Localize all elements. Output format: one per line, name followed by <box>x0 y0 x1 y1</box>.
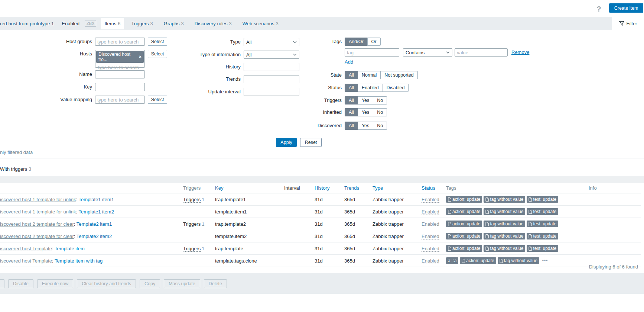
status-enabled-option[interactable]: Enabled <box>358 84 383 92</box>
tag-chip[interactable]: test: update <box>527 233 558 239</box>
apply-button[interactable]: Apply <box>276 138 297 147</box>
tag-operator-select[interactable]: Contains <box>403 48 452 57</box>
tag-chip[interactable]: test: update <box>527 245 558 252</box>
value-mapping-select-button[interactable]: Select <box>148 96 167 104</box>
row1-status-link[interactable]: Enabled <box>422 197 439 203</box>
row5-host-link[interactable]: iscovered host Template <box>0 246 52 251</box>
tag-chip[interactable]: action: update <box>446 196 482 203</box>
hosts-selected-chip[interactable]: Discovered host fro... × <box>96 51 144 63</box>
tag-chip[interactable]: action: update <box>446 221 482 227</box>
reset-button[interactable]: Reset <box>300 138 322 147</box>
discovered-all-option[interactable]: All <box>345 122 358 130</box>
tag-add-link[interactable]: Add <box>345 59 353 65</box>
tag-chip[interactable]: action: update <box>446 233 482 239</box>
tag-chip[interactable]: action: update <box>460 257 496 264</box>
delete-button[interactable]: Delete <box>204 279 227 288</box>
inherited-no-option[interactable]: No <box>373 108 387 116</box>
filter-tab[interactable]: Filter <box>612 17 644 30</box>
clear-history-button[interactable]: Clear history and trends <box>77 279 136 288</box>
row6-item-link[interactable]: Template item with tag <box>55 258 103 264</box>
key-input[interactable] <box>95 83 145 91</box>
enable-button-partial[interactable] <box>0 279 4 288</box>
hosts-select-button[interactable]: Select <box>148 50 167 58</box>
row2-item-link[interactable]: Template1 item2 <box>79 209 114 215</box>
tab-items[interactable]: Items 6 <box>101 18 124 29</box>
tab-web-scenarios[interactable]: Web scenarios 3 <box>239 18 282 29</box>
row1-triggers-link[interactable]: Triggers <box>183 197 201 203</box>
row2-status-link[interactable]: Enabled <box>422 209 439 215</box>
create-item-button[interactable]: Create item <box>609 3 643 13</box>
row5-status-link[interactable]: Enabled <box>422 246 439 252</box>
tag-remove-link[interactable]: Remove <box>511 49 529 55</box>
tag-chip[interactable]: tag without value <box>484 233 525 239</box>
tab-graphs[interactable]: Graphs 3 <box>160 18 188 29</box>
tab-triggers[interactable]: Triggers 3 <box>127 18 156 29</box>
row6-status-link[interactable]: Enabled <box>422 258 439 264</box>
row4-host-link[interactable]: iscovered host 2 template for clear <box>0 234 74 239</box>
history-input[interactable] <box>244 63 299 71</box>
row4-status-link[interactable]: Enabled <box>422 234 439 239</box>
row4-item-link[interactable]: Template2 item2 <box>77 234 112 239</box>
row1-host-link[interactable]: iscovered host 1 template for unlink <box>0 197 76 202</box>
triggers-no-option[interactable]: No <box>373 96 387 104</box>
row6-host-link[interactable]: iscovered host Template <box>0 258 52 264</box>
header-status[interactable]: Status <box>420 183 444 193</box>
row3-triggers-link[interactable]: Triggers <box>183 221 201 227</box>
document-icon <box>528 234 532 238</box>
value-mapping-input[interactable] <box>95 96 145 104</box>
header-trends[interactable]: Trends <box>342 183 371 193</box>
host-groups-select-button[interactable]: Select <box>148 38 167 46</box>
discovered-no-option[interactable]: No <box>373 122 387 130</box>
hosts-chip-remove-icon[interactable]: × <box>139 54 142 59</box>
tag-value-input[interactable] <box>455 48 508 57</box>
inherited-yes-option[interactable]: Yes <box>358 108 373 116</box>
disable-button[interactable]: Disable <box>8 279 33 288</box>
state-all-option[interactable]: All <box>345 71 358 79</box>
mass-update-button[interactable]: Mass update <box>164 279 200 288</box>
row2-host-link[interactable]: iscovered host 1 template for unlink <box>0 209 76 215</box>
discovered-yes-option[interactable]: Yes <box>358 122 373 130</box>
row3-item-link[interactable]: Template2 item1 <box>77 221 112 227</box>
execute-now-button[interactable]: Execute now <box>37 279 74 288</box>
help-icon[interactable]: ? <box>596 4 601 13</box>
inherited-all-option[interactable]: All <box>345 108 358 116</box>
tag-chip[interactable]: tag without value <box>498 257 539 264</box>
host-groups-input[interactable] <box>95 38 145 46</box>
tags-andor-option[interactable]: And/Or <box>345 38 368 46</box>
tag-chip[interactable]: action: update <box>446 245 482 252</box>
header-interval[interactable]: Interval <box>282 183 313 193</box>
state-not-supported-option[interactable]: Not supported <box>380 71 418 79</box>
tag-chip[interactable]: tag without value <box>484 208 525 215</box>
tab-discovery-rules[interactable]: Discovery rules 3 <box>191 18 235 29</box>
header-history[interactable]: History <box>313 183 342 193</box>
header-type[interactable]: Type <box>371 183 420 193</box>
more-tags-button[interactable]: ••• <box>542 258 548 263</box>
tag-name-input[interactable] <box>345 48 399 57</box>
tag-chip[interactable]: test: update <box>527 221 558 227</box>
host-breadcrumb-link[interactable]: red host from prototype 1 <box>0 21 54 26</box>
row5-triggers-link[interactable]: Triggers <box>183 246 201 252</box>
state-normal-option[interactable]: Normal <box>358 71 381 79</box>
row1-item-link[interactable]: Template1 item1 <box>79 197 114 202</box>
tag-chip[interactable]: tag without value <box>484 221 525 227</box>
tag-chip[interactable]: test: update <box>527 196 558 203</box>
name-input[interactable] <box>95 70 145 78</box>
tag-chip[interactable]: tag without value <box>484 245 525 252</box>
subfilter-with-triggers[interactable]: With triggers3 <box>0 166 31 172</box>
row3-status-link[interactable]: Enabled <box>422 221 439 227</box>
type-of-information-select[interactable]: All <box>244 51 299 59</box>
tag-chip[interactable]: action: update <box>446 208 482 215</box>
triggers-yes-option[interactable]: Yes <box>358 96 373 104</box>
triggers-all-option[interactable]: All <box>345 96 358 104</box>
status-disabled-option[interactable]: Disabled <box>383 84 409 92</box>
row3-host-link[interactable]: iscovered host 2 template for clear <box>0 221 74 227</box>
row5-item-link[interactable]: Template item <box>55 246 85 251</box>
status-all-option[interactable]: All <box>345 84 358 92</box>
hosts-multiselect[interactable]: Discovered host fro... × type here to se… <box>95 50 145 68</box>
copy-button[interactable]: Copy <box>140 279 160 288</box>
tag-chip[interactable]: a: :a <box>446 257 458 264</box>
tags-or-option[interactable]: Or <box>367 38 381 46</box>
tag-chip[interactable]: test: update <box>527 208 558 215</box>
tag-chip[interactable]: tag without value <box>484 196 525 203</box>
header-key[interactable]: Key <box>213 183 282 193</box>
